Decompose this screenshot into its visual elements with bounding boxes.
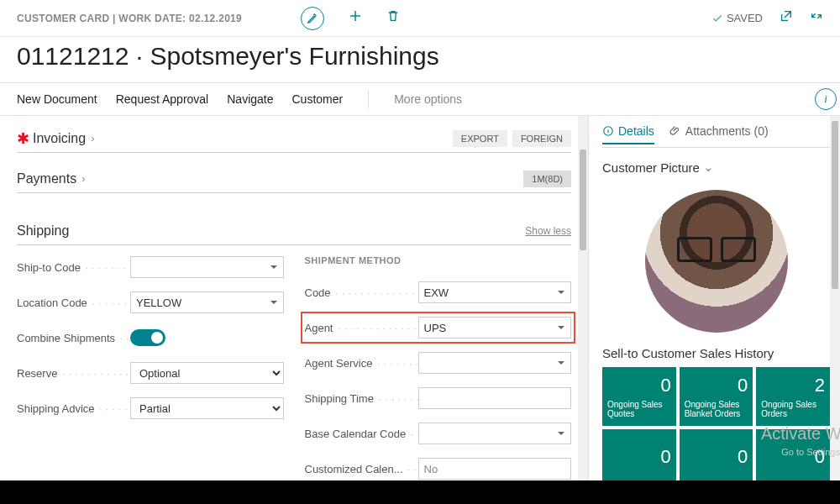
chevron-right-icon: › bbox=[91, 132, 94, 144]
shipping-advice-select[interactable]: Partial bbox=[130, 397, 284, 419]
base-calendar-input[interactable] bbox=[418, 423, 572, 444]
payments-summary: 1M(8D) bbox=[523, 171, 571, 187]
tile-value: 2 bbox=[761, 375, 825, 396]
customized-calendar-label: Customized Calen... bbox=[305, 463, 418, 475]
ship-to-code-input[interactable] bbox=[130, 256, 284, 278]
tab-details[interactable]: Details bbox=[602, 124, 654, 144]
info-button[interactable]: i bbox=[815, 88, 837, 110]
collapse-icon bbox=[810, 9, 823, 23]
tile-ongoing-blanket-orders[interactable]: 0 Ongoing Sales Blanket Orders bbox=[680, 367, 753, 426]
tile-row2-a[interactable]: 0 bbox=[602, 429, 676, 488]
tile-value: 0 bbox=[607, 446, 671, 468]
new-button[interactable] bbox=[348, 8, 363, 28]
customer-picture bbox=[645, 190, 788, 333]
windows-taskbar bbox=[0, 480, 840, 504]
sales-history-tiles: 0 Ongoing Sales Quotes 0 Ongoing Sales B… bbox=[602, 367, 830, 488]
required-star-icon: ✱ bbox=[17, 129, 29, 148]
sales-history-title: Sell-to Customer Sales History bbox=[602, 346, 830, 360]
popout-icon bbox=[780, 9, 793, 23]
tab-attachments[interactable]: Attachments (0) bbox=[669, 124, 769, 143]
page-title: 01121212 · Spotsmeyer's Furnishings bbox=[0, 37, 840, 82]
collapse-button[interactable] bbox=[810, 9, 823, 27]
shipping-time-input[interactable] bbox=[418, 387, 572, 409]
agent-service-label: Agent Service bbox=[305, 357, 418, 370]
paperclip-icon bbox=[669, 125, 681, 137]
invoicing-badge-export: EXPORT bbox=[453, 130, 507, 147]
saved-label: SAVED bbox=[727, 12, 763, 24]
customer-picture-header[interactable]: Customer Picture ⌄ bbox=[602, 160, 830, 175]
fasttab-shipping: Shipping Show less bbox=[17, 217, 571, 245]
agent-label: Agent bbox=[305, 322, 418, 334]
location-code-input[interactable] bbox=[130, 291, 284, 313]
reserve-select[interactable]: Optional bbox=[130, 362, 284, 384]
fasttab-invoicing-title: Invoicing bbox=[33, 131, 86, 146]
main-scrollbar[interactable] bbox=[578, 116, 588, 502]
tile-value: 0 bbox=[685, 375, 748, 396]
customer-picture-title: Customer Picture bbox=[602, 160, 700, 175]
action-request-approval[interactable]: Request Approval bbox=[116, 92, 209, 106]
tab-attachments-label: Attachments (0) bbox=[685, 124, 769, 138]
tile-value: 0 bbox=[685, 446, 748, 468]
tile-value: 0 bbox=[761, 446, 825, 468]
tile-caption: Ongoing Sales Quotes bbox=[607, 400, 671, 418]
location-code-label: Location Code bbox=[17, 297, 130, 309]
action-navigate[interactable]: Navigate bbox=[227, 92, 273, 106]
show-less-link[interactable]: Show less bbox=[525, 225, 571, 237]
shipment-method-group: SHIPMENT METHOD bbox=[305, 255, 572, 265]
shipment-code-label: Code bbox=[305, 286, 418, 299]
tile-caption: Ongoing Sales Orders bbox=[761, 400, 825, 418]
popout-button[interactable] bbox=[780, 9, 793, 27]
tile-value: 0 bbox=[607, 375, 671, 396]
tile-ongoing-quotes[interactable]: 0 Ongoing Sales Quotes bbox=[602, 367, 676, 426]
check-icon bbox=[711, 13, 723, 24]
action-customer[interactable]: Customer bbox=[292, 92, 344, 106]
tile-caption: Ongoing Sales Blanket Orders bbox=[685, 400, 748, 418]
fasttab-payments-title: Payments bbox=[17, 171, 76, 186]
tab-details-label: Details bbox=[618, 124, 654, 138]
shipping-advice-label: Shipping Advice bbox=[17, 402, 130, 415]
reserve-label: Reserve bbox=[17, 367, 130, 380]
plus-icon bbox=[348, 8, 363, 24]
trash-icon bbox=[386, 9, 400, 23]
combine-shipments-toggle[interactable] bbox=[130, 329, 165, 346]
action-more-options[interactable]: More options bbox=[394, 92, 462, 106]
side-scrollbar[interactable] bbox=[830, 116, 840, 502]
edit-button[interactable] bbox=[301, 7, 324, 30]
agent-input[interactable] bbox=[418, 317, 572, 339]
tile-row2-b[interactable]: 0 bbox=[680, 429, 753, 488]
breadcrumb: CUSTOMER CARD | WORK DATE: 02.12.2019 bbox=[17, 13, 242, 24]
combine-shipments-label: Combine Shipments bbox=[17, 332, 130, 344]
tile-ongoing-orders[interactable]: 2 Ongoing Sales Orders bbox=[756, 367, 830, 426]
shipment-code-input[interactable] bbox=[418, 281, 572, 303]
save-status: SAVED bbox=[711, 12, 763, 24]
fasttab-shipping-title: Shipping bbox=[17, 223, 69, 239]
ship-to-code-label: Ship-to Code bbox=[17, 261, 130, 274]
agent-service-input[interactable] bbox=[418, 352, 572, 374]
delete-button[interactable] bbox=[386, 9, 400, 27]
fasttab-payments[interactable]: Payments › 1M(8D) bbox=[17, 165, 571, 193]
info-icon bbox=[602, 125, 614, 137]
divider bbox=[368, 90, 369, 108]
action-new-document[interactable]: New Document bbox=[17, 92, 97, 106]
shipping-time-label: Shipping Time bbox=[305, 392, 418, 405]
fasttab-invoicing[interactable]: ✱ Invoicing › EXPORT FOREIGN bbox=[17, 124, 571, 153]
customized-calendar-value bbox=[418, 458, 572, 480]
base-calendar-label: Base Calendar Code bbox=[305, 428, 418, 440]
tile-row2-c[interactable]: 0 bbox=[756, 429, 830, 488]
pencil-icon bbox=[307, 13, 318, 24]
chevron-right-icon: › bbox=[81, 172, 85, 185]
invoicing-badge-foreign: FOREIGN bbox=[512, 130, 571, 147]
chevron-down-icon: ⌄ bbox=[703, 160, 714, 175]
